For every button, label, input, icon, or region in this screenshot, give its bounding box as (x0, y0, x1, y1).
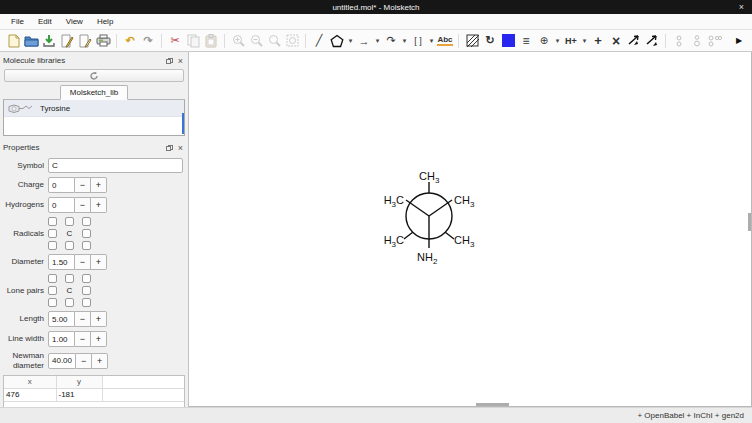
lone-pair-checkbox-e[interactable] (82, 286, 91, 295)
move-tool-button[interactable]: + (589, 32, 607, 50)
diameter-decrement-button[interactable]: − (75, 254, 91, 270)
library-close-button[interactable]: × (178, 58, 183, 64)
charge-tool-button[interactable]: ⊕ (535, 32, 553, 50)
hydrogens-increment-button[interactable]: + (91, 197, 107, 213)
zoom-out-button[interactable] (247, 32, 265, 50)
symbol-row: Symbol (3, 158, 185, 173)
open-file-button[interactable] (22, 32, 40, 50)
draw-tool-button[interactable]: ╱ (310, 32, 328, 50)
text-tool-button[interactable]: Abc (436, 32, 454, 50)
ring-tool-button[interactable] (328, 32, 346, 50)
lone-pair-checkbox-s[interactable] (65, 298, 74, 307)
new-file-button[interactable] (4, 32, 22, 50)
length-value[interactable]: 5.00 (48, 311, 75, 327)
newman-diameter-value[interactable]: 40.00 (48, 353, 76, 369)
radical-checkbox-nw[interactable] (48, 217, 57, 226)
lone-pair-checkbox-n[interactable] (65, 274, 74, 283)
radical-checkbox-n[interactable] (65, 217, 74, 226)
hydrogens-spinbox: 0 − + (48, 197, 107, 213)
line-width-value[interactable]: 1.00 (48, 331, 75, 347)
radical-checkbox-se[interactable] (82, 241, 91, 250)
line-width-button[interactable]: ≡ (517, 32, 535, 50)
hydrogens-decrement-button[interactable]: − (75, 197, 91, 213)
bracket-dropdown[interactable]: ▾ (427, 32, 436, 50)
menu-edit[interactable]: Edit (31, 15, 59, 28)
newman-projection-drawing[interactable]: CH3 H3C CH3 H3C CH3 NH2 (370, 168, 490, 268)
drawing-canvas[interactable]: CH3 H3C CH3 H3C CH3 NH2 (189, 52, 752, 407)
charge-decrement-button[interactable]: − (75, 177, 91, 193)
color-swatch-button[interactable] (499, 32, 517, 50)
rotate-tool-button[interactable]: ↻ (481, 32, 499, 50)
library-float-icon[interactable] (166, 58, 173, 64)
radical-checkbox-ne[interactable] (82, 217, 91, 226)
properties-close-button[interactable]: × (178, 145, 183, 151)
diameter-increment-button[interactable]: + (91, 254, 107, 270)
line-width-increment-button[interactable]: + (91, 331, 107, 347)
diameter-value[interactable]: 1.50 (48, 254, 75, 270)
paste-button[interactable] (202, 32, 220, 50)
undo-button[interactable]: ↶ (121, 32, 139, 50)
library-refresh-button[interactable] (4, 69, 184, 82)
canvas-horizontal-scrollbar-thumb[interactable] (476, 403, 509, 406)
bracket-tool-button[interactable]: [ ] (409, 32, 427, 50)
coord-y-cell[interactable]: -181 (56, 388, 102, 401)
lone-pair-checkbox-nw[interactable] (48, 274, 57, 283)
delete-tool-button[interactable]: × (607, 32, 625, 50)
symbol-input[interactable] (48, 158, 183, 173)
hydrogen-tool-button[interactable]: H+ (562, 32, 580, 50)
coord-x-cell[interactable]: 476 (4, 388, 56, 401)
lone-pair-checkbox-ne[interactable] (82, 274, 91, 283)
reaction-arrow-dropdown[interactable]: ▾ (373, 32, 382, 50)
redo-button[interactable]: ↷ (139, 32, 157, 50)
menu-help[interactable]: Help (90, 15, 120, 28)
save-as-button[interactable] (58, 32, 76, 50)
menu-file[interactable]: File (4, 15, 31, 28)
cut-button[interactable]: ✂ (166, 32, 184, 50)
zoom-fit-button[interactable] (283, 32, 301, 50)
selection-tool-button[interactable] (463, 32, 481, 50)
library-scrollbar-thumb[interactable] (182, 113, 184, 134)
window-title: untitled.mol* - Molsketch (0, 3, 752, 12)
flip-vertical-button[interactable] (643, 32, 661, 50)
flip-horizontal-button[interactable] (625, 32, 643, 50)
mechanism-arrow-button[interactable]: ↷ (382, 32, 400, 50)
zoom-in-button[interactable] (229, 32, 247, 50)
library-item-tyrosine[interactable]: Tyrosine (4, 100, 184, 117)
print-button[interactable] (94, 32, 112, 50)
radical-checkbox-sw[interactable] (48, 241, 57, 250)
line-width-decrement-button[interactable]: − (75, 331, 91, 347)
charge-dropdown[interactable]: ▾ (553, 32, 562, 50)
lone-pair-checkbox-se[interactable] (82, 298, 91, 307)
properties-panel-header: Properties × (3, 141, 185, 154)
radical-checkbox-e[interactable] (82, 229, 91, 238)
charge-value[interactable]: 0 (48, 177, 75, 193)
mechanism-arrow-dropdown[interactable]: ▾ (400, 32, 409, 50)
reaction-arrow-button[interactable]: → (355, 32, 373, 50)
menu-view[interactable]: View (59, 15, 90, 28)
tab-molsketch-lib[interactable]: Molsketch_lib (60, 85, 128, 100)
hydrogen-dropdown[interactable]: ▾ (580, 32, 589, 50)
disabled-tool-2[interactable] (688, 32, 706, 50)
properties-float-icon[interactable] (166, 145, 173, 151)
newman-diameter-increment-button[interactable]: + (92, 353, 108, 369)
hydrogens-value[interactable]: 0 (48, 197, 75, 213)
toolbar-overflow-button[interactable]: ▶ (730, 32, 748, 50)
copy-button[interactable] (184, 32, 202, 50)
lone-pair-checkbox-sw[interactable] (48, 298, 57, 307)
length-increment-button[interactable]: + (91, 311, 107, 327)
ring-dropdown[interactable]: ▾ (346, 32, 355, 50)
disabled-tool-1[interactable] (670, 32, 688, 50)
radical-checkbox-w[interactable] (48, 229, 57, 238)
newman-diameter-spinbox: 40.00 − + (48, 353, 108, 369)
disabled-tool-3[interactable] (706, 32, 724, 50)
lone-pair-checkbox-w[interactable] (48, 286, 57, 295)
export-button[interactable] (76, 32, 94, 50)
charge-increment-button[interactable]: + (91, 177, 107, 193)
window-close-button[interactable]: × (739, 0, 744, 14)
newman-diameter-decrement-button[interactable]: − (76, 353, 92, 369)
zoom-original-button[interactable] (265, 32, 283, 50)
save-button[interactable] (40, 32, 58, 50)
length-decrement-button[interactable]: − (75, 311, 91, 327)
canvas-vertical-scrollbar-thumb[interactable] (748, 213, 751, 231)
radical-checkbox-s[interactable] (65, 241, 74, 250)
